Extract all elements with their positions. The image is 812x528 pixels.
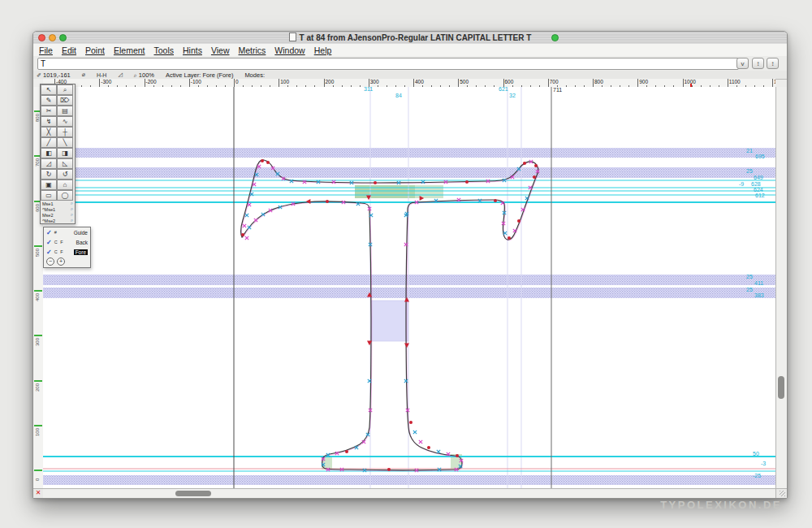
resize-grip[interactable]: [775, 488, 787, 498]
glyph-node-oncurve[interactable]: [409, 421, 412, 424]
layer-visibility-checkbox[interactable]: ✓: [46, 239, 52, 246]
layer-name[interactable]: Guide: [74, 230, 88, 236]
alignment-zone[interactable]: [43, 167, 775, 178]
rotate-ccw-tool[interactable]: ↺: [57, 169, 73, 180]
break-tool[interactable]: ╳: [41, 127, 57, 137]
history-dropdown-button[interactable]: v: [736, 58, 749, 69]
glyph-node-oncurve[interactable]: [456, 454, 459, 457]
hint-position-label: 311: [364, 87, 373, 92]
fill-tool[interactable]: ▣: [41, 180, 57, 190]
glyph-node-oncurve[interactable]: [427, 446, 430, 449]
menu-metrics[interactable]: Metrics: [239, 45, 266, 55]
menu-help[interactable]: Help: [314, 45, 332, 55]
menu-point[interactable]: Point: [85, 45, 105, 55]
horizontal-scrollbar-thumb[interactable]: [175, 491, 211, 496]
glyph-node-oncurve[interactable]: [387, 468, 391, 471]
vertical-scrollbar-thumb[interactable]: [778, 376, 784, 399]
glyph-node-control[interactable]: [245, 236, 248, 240]
flip-tool[interactable]: ◺: [57, 158, 73, 169]
mouse-slot-label: Mse2: [42, 213, 53, 218]
rectangle-tool[interactable]: ▭: [41, 190, 57, 201]
ellipse-tool[interactable]: ◯: [57, 190, 73, 201]
alignment-zone[interactable]: [43, 288, 775, 298]
glyph-node-oncurve[interactable]: [533, 175, 536, 179]
menu-window[interactable]: Window: [274, 45, 304, 55]
alignment-zone[interactable]: [43, 148, 775, 158]
knife-tool[interactable]: ✂: [41, 106, 57, 116]
scale-tool[interactable]: ◧: [41, 148, 57, 158]
glyph-node-back[interactable]: [437, 450, 440, 453]
previous-glyph-button[interactable]: ↕: [752, 58, 764, 69]
glyph-node-oncurve[interactable]: [345, 450, 348, 453]
menu-file[interactable]: File: [39, 45, 53, 55]
remove-layer-button[interactable]: −: [46, 258, 54, 266]
slant-tool[interactable]: ◿: [41, 158, 57, 169]
glyph-node-back[interactable]: [245, 214, 248, 217]
pen-tool[interactable]: ↯: [41, 116, 57, 127]
selected-hint-rect[interactable]: [355, 185, 415, 198]
glyph-canvas[interactable]: 31184621327112169525649-9628624612254112…: [43, 87, 775, 488]
glyph-node-oncurve[interactable]: [508, 236, 511, 240]
glyph-node-back[interactable]: [413, 431, 417, 434]
transform-tool[interactable]: ◨: [57, 148, 73, 158]
add-point-tool[interactable]: ┼: [57, 127, 73, 137]
glyph-node-oncurve[interactable]: [374, 181, 377, 184]
stem-hint-rect[interactable]: [371, 301, 408, 341]
glyph-node-control[interactable]: [243, 224, 246, 227]
mouse-slot-1[interactable]: Mse1⌕: [41, 201, 75, 206]
tools-palette: ↖⌕✎⌦✂▤↯∿╳┼╱╲◧◨◿◺↻↺▣⌂▭◯ Mse1⌕^Mse1⌕Mse2⌕^…: [40, 84, 76, 224]
menu-edit[interactable]: Edit: [62, 45, 76, 55]
layer-visibility-checkbox[interactable]: ✓: [46, 229, 52, 236]
glyph-string-input[interactable]: [37, 58, 739, 70]
layer-row-guide[interactable]: ✓#Guide: [44, 227, 90, 237]
glyph-node-control[interactable]: [419, 440, 422, 444]
add-layer-button[interactable]: +: [57, 258, 65, 266]
glyph-node-oncurve[interactable]: [517, 219, 520, 223]
glyph-node-oncurve[interactable]: [534, 164, 538, 167]
connect-tool[interactable]: ╲: [57, 137, 73, 148]
document-icon: [289, 32, 296, 41]
window-titlebar[interactable]: T at 84 from AJensonPro-Regular LATIN CA…: [33, 32, 787, 45]
zoom-level[interactable]: 100%: [139, 71, 154, 79]
glyph-node-oncurve[interactable]: [266, 161, 270, 164]
mouse-slot-2[interactable]: ^Mse1⌕: [41, 206, 75, 212]
vertical-scrollbar[interactable]: [775, 87, 787, 488]
watermark: TYPOLEXIKON.DE: [660, 499, 782, 511]
ruler-major-tick: [234, 79, 235, 87]
zone-value-label: 649: [754, 175, 763, 180]
selected-hint-rect[interactable]: [415, 185, 443, 198]
layer-visibility-checkbox[interactable]: ✓: [46, 249, 52, 256]
layer-row-fore[interactable]: ✓C FFore: [44, 247, 90, 257]
contour-tool[interactable]: ⌂: [57, 180, 73, 190]
glyph-node-oncurve[interactable]: [261, 159, 264, 162]
layer-name[interactable]: Back: [76, 240, 88, 245]
next-glyph-button[interactable]: ↕: [767, 58, 779, 69]
menu-view[interactable]: View: [211, 45, 230, 55]
layer-name[interactable]: Fore: [74, 249, 88, 255]
layer-row-back[interactable]: ✓C FBack: [44, 237, 90, 247]
glyph-node-oncurve[interactable]: [241, 233, 244, 236]
alignment-zone[interactable]: [43, 275, 775, 285]
erase-tool[interactable]: ⌦: [57, 95, 73, 106]
desktop-background: T at 84 from AJensonPro-Regular LATIN CA…: [0, 0, 812, 528]
mouse-slot-3[interactable]: Mse2⌕: [41, 212, 75, 218]
select-tool[interactable]: ↖: [41, 84, 57, 95]
glyph-node-oncurve[interactable]: [494, 199, 497, 202]
curve-tool[interactable]: ∿: [57, 116, 73, 127]
rotate-cw-tool[interactable]: ↻: [41, 169, 57, 180]
mouse-slot-4[interactable]: ^Mse2⌕: [41, 218, 75, 223]
glyph-node-oncurve[interactable]: [523, 162, 526, 165]
draw-tool[interactable]: ✎: [41, 95, 57, 106]
glyph-node-oncurve[interactable]: [326, 200, 329, 203]
menu-hints[interactable]: Hints: [183, 45, 202, 55]
ruler-tool[interactable]: ▤: [57, 106, 73, 116]
toolbar-toggle-button[interactable]: [551, 34, 559, 41]
tangent-tool[interactable]: ╱: [41, 137, 57, 148]
alignment-zone[interactable]: [43, 475, 775, 485]
glyph-node-oncurve[interactable]: [465, 180, 469, 184]
horizontal-scrollbar[interactable]: [43, 488, 775, 498]
menu-tools[interactable]: Tools: [153, 45, 174, 55]
origin-marker: ✕: [33, 488, 43, 498]
zoom-tool[interactable]: ⌕: [57, 84, 73, 95]
menu-element[interactable]: Element: [114, 45, 145, 55]
